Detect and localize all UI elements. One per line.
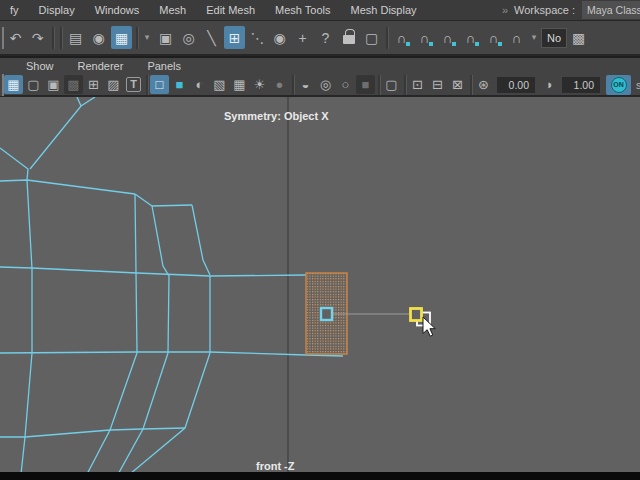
gamma-field[interactable]: 1.00 [562,77,600,93]
menu-modify-clipped[interactable]: fy [0,4,29,16]
main-menubar: fyDisplayWindowsMeshEdit MeshMesh ToolsM… [0,0,640,20]
toolbar-separator [143,75,150,95]
snap-to-center-icon[interactable]: ∩ [460,26,481,49]
menu-mesh-tools[interactable]: Mesh Tools [265,4,340,16]
smooth-shade-icon[interactable]: ■ [170,75,189,94]
active-manipulator-handle[interactable] [411,309,422,321]
menu-display[interactable]: Display [29,4,85,16]
isolate-select-icon[interactable]: ▢ [382,75,401,94]
center-pivot-icon[interactable]: ◉ [269,26,290,49]
toolbar-separator [467,75,474,95]
undo-icon[interactable]: ↶ [5,26,26,49]
construction-history-icon[interactable]: ▩ [568,26,589,49]
lasso-select-icon[interactable]: ╲ [201,26,222,49]
toolbar-separator [401,75,408,95]
mesh-edge[interactable] [21,180,32,472]
effects-off-icon[interactable]: ■ [356,75,375,94]
panel-toolbar: ▦▢▣▩⊞▨T □■◐▧▦☀● ◒◎○■ ▢ ⊡⊟⊠ ⊛ 0.00 ◑ 1.00… [0,74,640,95]
mesh-edge[interactable] [77,97,81,106]
grid-icon[interactable]: ▦ [4,75,23,94]
paint-select-icon[interactable]: ⊞ [224,26,245,49]
select-component-icon[interactable]: ▦ [111,26,132,49]
image-plane-icon[interactable]: ▨ [104,75,123,94]
wireframe-icon[interactable]: □ [150,75,169,94]
mesh-edge[interactable] [152,206,169,353]
field-chart-icon[interactable]: ⊞ [84,75,103,94]
viewport-front[interactable]: Symmetry: Object X front -Z [0,97,640,472]
select-object-icon[interactable]: ◉ [88,26,109,49]
lights-icon[interactable]: ☀ [250,75,269,94]
mesh-edge[interactable] [0,428,185,437]
occlusion-icon[interactable]: ◒ [296,75,315,94]
exposure-field[interactable]: 0.00 [497,77,535,93]
select-hierarchy-icon[interactable]: ▤ [65,26,86,49]
menu-mesh-display[interactable]: Mesh Display [341,4,427,16]
mesh-edge[interactable] [116,353,168,472]
toolbar-separator [375,75,382,95]
mesh-edge[interactable] [130,353,210,472]
film-gate-icon[interactable]: ▢ [24,75,43,94]
exposure-a-icon[interactable]: ⊡ [408,75,427,94]
marquee-select-icon[interactable]: ▣ [155,26,176,49]
toolbar-separator [383,26,390,50]
checker-icon[interactable]: ▦ [230,75,249,94]
workspace-select[interactable]: Maya Classic* [582,1,640,19]
mesh-edge[interactable] [192,205,210,275]
plus-tool-icon[interactable]: + [292,26,313,49]
camera-name-label: front -Z [256,460,294,472]
soft-select-icon[interactable]: ⋱ [247,26,268,49]
texture-placement-icon[interactable]: T [126,77,141,92]
tool-dropdown-icon[interactable]: ▾ [141,26,153,49]
mesh-edge[interactable] [152,205,192,206]
make-live-icon[interactable]: ∩ [483,26,504,49]
toolbar-separator [133,26,140,50]
exposure-icon[interactable]: ⊛ [474,75,493,94]
on-badge: ON [611,77,627,93]
panel-menu-panels[interactable]: Panels [135,58,193,74]
mesh-edge[interactable] [0,352,343,356]
resolution-gate-icon[interactable]: ▣ [44,75,63,94]
live-surface-field[interactable]: No [541,28,567,48]
mesh-edge[interactable] [30,97,95,169]
shadows-icon[interactable]: ● [270,75,289,94]
mesh-edge[interactable] [0,267,306,276]
menu-edit-mesh[interactable]: Edit Mesh [196,4,265,16]
bottom-clipped-bar [0,472,640,480]
toolbar-separator [57,26,64,50]
textured-icon[interactable]: ▧ [210,75,229,94]
panel-menu-renderer[interactable]: Renderer [66,58,136,74]
antialias-icon[interactable]: ○ [336,75,355,94]
select-area-icon[interactable]: ▢ [361,26,382,49]
panel-menubar: ShowRendererPanels [0,58,640,74]
lock-icon[interactable] [338,26,359,49]
snap-to-curve-icon[interactable]: ∩ [414,26,435,49]
panel-bar: ShowRendererPanels ▦▢▣▩⊞▨T □■◐▧▦☀● ◒◎○■ … [0,58,640,97]
help-icon[interactable]: ? [315,26,336,49]
snap-magnet-icon[interactable]: ∩ [506,26,527,49]
workspace-label: Workspace : [514,4,582,16]
mesh-edge[interactable] [135,194,152,206]
circle-select-icon[interactable]: ◎ [178,26,199,49]
snap-dropdown-icon[interactable]: ▾ [528,26,540,49]
snap-to-grid-icon[interactable]: ∩ [391,26,412,49]
colorspace-label: sR [631,79,640,91]
toolbar-overflow-chevron[interactable]: » [500,4,514,16]
mesh-edge[interactable] [0,148,28,180]
mesh-edge[interactable] [0,180,135,194]
gate-mask-icon[interactable]: ▩ [64,75,83,94]
menu-mesh[interactable]: Mesh [149,4,196,16]
color-management-toggle[interactable]: ON [606,75,631,95]
panel-menu-show[interactable]: Show [14,58,66,74]
flat-shade-icon[interactable]: ◐ [190,75,209,94]
viewport-canvas [0,97,640,472]
redo-icon[interactable]: ↷ [27,26,48,49]
contrast-icon[interactable]: ◑ [539,75,558,94]
motion-blur-icon[interactable]: ◎ [316,75,335,94]
symmetry-status-label: Symmetry: Object X [224,110,329,122]
snap-to-point-icon[interactable]: ∩ [437,26,458,49]
menu-windows[interactable]: Windows [85,4,150,16]
face-center-handle[interactable] [321,308,332,320]
toolbar-separator [49,26,56,50]
exposure-b-icon[interactable]: ⊟ [428,75,447,94]
exposure-c-icon[interactable]: ⊠ [448,75,467,94]
